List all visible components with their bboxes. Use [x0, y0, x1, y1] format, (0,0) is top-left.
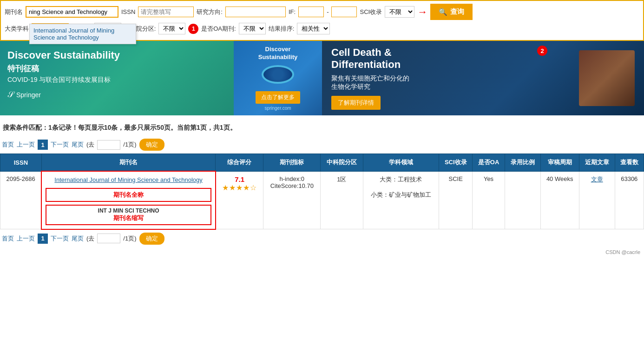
cell-views: 63306: [615, 171, 644, 229]
page-goto-input[interactable]: [97, 140, 120, 150]
banner-right-text: Cell Death &Differentiation 聚焦有关细胞死亡和分化的…: [331, 47, 574, 110]
cell-sci: SCIE: [439, 171, 473, 229]
springer-label: Springer: [16, 91, 41, 99]
abbrev-label: 期刊名缩写: [49, 214, 208, 222]
abbrev-text: INT J MIN SCI TECHNO: [49, 207, 208, 214]
th-journal: 期刊名: [41, 154, 216, 172]
result-table: ISSN 期刊名 综合评分 期刊指标 中科院分区 学科领域 SCI收录 是否OA…: [0, 154, 644, 230]
if-dash: -: [327, 8, 329, 15]
current-page-bottom: 1: [38, 234, 48, 244]
next-page-link-bottom[interactable]: 下一页: [51, 234, 69, 243]
banner-left: Discover Sustainability 特刊征稿 COVID-19 与联…: [0, 41, 322, 115]
th-review: 审稿周期: [540, 154, 579, 172]
annotation-1: 1: [188, 24, 198, 34]
footer-note: CSDN @cacrle: [0, 247, 644, 257]
banners: Discover Sustainability 特刊征稿 COVID-19 与联…: [0, 41, 644, 115]
if-label: IF:: [289, 8, 296, 15]
search-row-1: 期刊名 International Journal of Mining Scie…: [5, 4, 639, 20]
banner-right: Cell Death &Differentiation 聚焦有关细胞死亡和分化的…: [322, 41, 644, 115]
cell-rating: 7.1 ★★★★☆: [216, 171, 263, 229]
last-page-link-bottom[interactable]: 尾页: [72, 234, 84, 243]
oa-label: 是否OA期刊:: [201, 25, 236, 33]
goto-prefix-bottom: (去: [86, 234, 94, 243]
sort-label: 结果排序:: [269, 25, 295, 33]
autocomplete-item[interactable]: International Journal of Mining Science …: [30, 24, 136, 44]
th-issn: ISSN: [0, 154, 42, 172]
goto-suffix: /1页): [123, 140, 136, 149]
result-info: 搜索条件匹配：1条记录！每页显示10条，最多只展示50页。当前第1页，共1页。: [0, 120, 644, 136]
search-bar: 期刊名 International Journal of Mining Scie…: [0, 0, 644, 41]
h-index: h-index:0: [267, 175, 316, 182]
banner-left-content: Discover Sustainability 特刊征稿 COVID-19 与联…: [0, 41, 234, 115]
cell-accept: [505, 171, 540, 229]
banner-right-desc: 聚焦有关细胞死亡和分化的生物化学研究: [331, 74, 574, 91]
springer-icon: 𝒮: [7, 90, 13, 100]
goto-prefix: (去: [86, 140, 94, 149]
journal-input[interactable]: [26, 6, 118, 18]
cell-subject: 大类：工程技术 小类：矿业与矿物加工: [363, 171, 439, 229]
if-from-input[interactable]: [298, 7, 324, 17]
disc-circle: [262, 65, 294, 84]
disc-title: DiscoverSustainability: [258, 46, 298, 61]
article-link[interactable]: 文章: [591, 176, 603, 183]
pagination-bottom: 首页 上一页 1 下一页 尾页 (去 /1页) 确定: [0, 230, 644, 247]
arrow-to-search: →: [417, 6, 427, 18]
cell-article: 文章: [579, 171, 615, 229]
cell-metrics: h-index:0 CiteScore:10.70: [263, 171, 321, 229]
th-rating: 综合评分: [216, 154, 263, 172]
first-page-link[interactable]: 首页: [2, 140, 14, 149]
cell-zhongke: 1区: [321, 171, 363, 229]
springer-site: springer.com: [264, 106, 291, 111]
cell-issn: 2095-2686: [0, 171, 42, 229]
if-to-input[interactable]: [331, 7, 357, 17]
journal-name-link[interactable]: International Journal of Mining Science …: [54, 176, 202, 183]
cite-score: CiteScore:10.70: [267, 182, 316, 189]
prev-page-link[interactable]: 上一页: [17, 140, 35, 149]
major-label: 大类学科: [5, 25, 29, 33]
th-article: 近期文章: [579, 154, 615, 172]
th-oa: 是否OA: [473, 154, 505, 172]
th-subject: 学科领域: [363, 154, 439, 172]
autocomplete-dropdown: International Journal of Mining Science …: [29, 24, 136, 44]
zhongke-select[interactable]: 不限 1区 2区 3区 4区: [158, 23, 185, 34]
goto-confirm-button[interactable]: 确定: [139, 139, 164, 151]
sci-select[interactable]: 不限 SCIE SSCI AHCI: [385, 6, 414, 18]
banner-left-desc: COVID-19 与联合国可持续发展目标: [7, 76, 226, 84]
rating-value: 7.1: [220, 175, 260, 183]
sci-label: SCI收录: [360, 8, 382, 16]
rating-stars: ★★★★☆: [220, 183, 260, 192]
th-metrics: 期刊指标: [263, 154, 321, 172]
next-page-link[interactable]: 下一页: [51, 140, 69, 149]
detail-button[interactable]: 了解期刊详情: [331, 96, 381, 110]
research-input[interactable]: [225, 7, 286, 17]
sort-select[interactable]: 相关性 IF升序 IF降序: [297, 23, 330, 34]
result-info-text: 搜索条件匹配：1条记录！每页显示10条，最多只展示50页。当前第1页，共1页。: [3, 124, 237, 131]
current-page: 1: [38, 140, 48, 150]
journal-label: 期刊名: [5, 8, 23, 16]
cell-review: 40 Weeks: [540, 171, 579, 229]
research-label: 研究方向:: [197, 8, 223, 16]
banner-left-subtitle: 特刊征稿: [7, 63, 226, 74]
issn-label: ISSN: [121, 8, 135, 15]
banner-left-img: DiscoverSustainability 点击了解更多 springer.c…: [234, 41, 322, 115]
banner-right-img: [579, 50, 635, 106]
page-goto-input-bottom[interactable]: [97, 234, 120, 243]
search-button[interactable]: 🔍 查询: [430, 4, 473, 20]
first-page-link-bottom[interactable]: 首页: [2, 234, 14, 243]
table-header-row: ISSN 期刊名 综合评分 期刊指标 中科院分区 学科领域 SCI收录 是否OA…: [0, 154, 644, 172]
table-row: 2095-2686 International Journal of Minin…: [0, 171, 644, 229]
search-icon: 🔍: [439, 8, 447, 16]
minor-cat: 小类：矿业与矿物加工: [367, 191, 435, 199]
goto-suffix-bottom: /1页): [123, 234, 136, 243]
th-views: 查看数: [615, 154, 644, 172]
last-page-link[interactable]: 尾页: [72, 140, 84, 149]
cell-oa: Yes: [473, 171, 505, 229]
cell-journal: International Journal of Mining Science …: [41, 171, 216, 229]
th-sci: SCI收录: [439, 154, 473, 172]
prev-page-link-bottom[interactable]: 上一页: [17, 234, 35, 243]
th-zhongke: 中科院分区: [321, 154, 363, 172]
issn-input[interactable]: [138, 7, 194, 17]
learn-more-button[interactable]: 点击了解更多: [256, 91, 300, 104]
goto-confirm-button-bottom[interactable]: 确定: [139, 233, 164, 245]
oa-select[interactable]: 不限 是 否: [239, 23, 266, 34]
